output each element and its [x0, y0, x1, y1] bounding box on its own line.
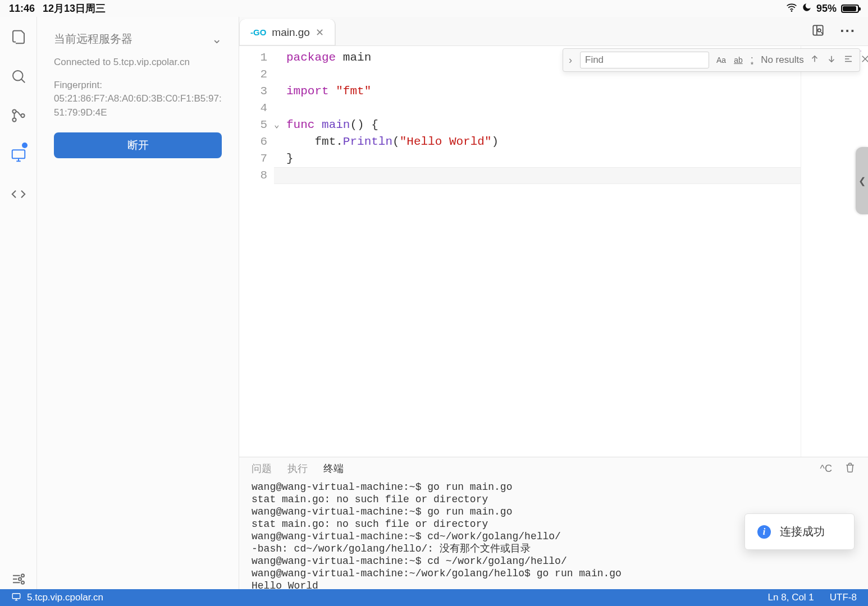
toast-message: 连接成功 [780, 524, 825, 539]
date: 12月13日周三 [43, 2, 106, 15]
sidebar-title: 当前远程服务器 [54, 31, 133, 47]
connected-host: Connected to 5.tcp.vip.cpolar.cn [54, 56, 222, 70]
svg-point-0 [791, 10, 793, 12]
side-handle[interactable]: ❮ [856, 147, 868, 214]
code-icon[interactable] [8, 184, 29, 204]
status-encoding[interactable]: UTF-8 [830, 592, 857, 603]
go-file-icon: -GO [250, 27, 266, 37]
status-cursor[interactable]: Ln 8, Col 1 [768, 592, 814, 603]
tab-close-icon[interactable]: ✕ [316, 26, 324, 39]
ipad-status-bar: 11:46 12月13日周三 95% [0, 0, 868, 17]
find-input[interactable] [580, 52, 709, 68]
source-control-icon[interactable] [8, 105, 29, 126]
close-find-icon[interactable] [860, 54, 868, 66]
minimap[interactable]: package main import "fmt" func main() { … [801, 46, 868, 457]
code-editor[interactable]: 12345678 ⌄ package main import "fmt" fun… [239, 46, 801, 457]
next-match-icon[interactable] [826, 54, 837, 66]
remote-indicator-icon[interactable] [11, 591, 21, 604]
info-icon: i [757, 525, 771, 539]
svg-point-8 [21, 581, 24, 584]
svg-point-7 [19, 578, 21, 581]
status-bar: 5.tcp.vip.cpolar.cn Ln 8, Col 1 UTF-8 [0, 589, 868, 606]
whole-word-toggle[interactable]: ab [732, 55, 744, 65]
panel-tab-problems[interactable]: 问题 [252, 462, 272, 475]
prev-match-icon[interactable] [810, 54, 820, 66]
find-in-selection-icon[interactable] [843, 54, 853, 66]
sidebar-toggle-icon[interactable] [811, 23, 825, 40]
svg-point-4 [21, 114, 24, 117]
find-options: Aa ab ․* [715, 50, 755, 70]
svg-point-6 [21, 574, 24, 577]
status-host[interactable]: 5.tcp.vip.cpolar.cn [27, 592, 103, 603]
search-icon[interactable] [8, 66, 29, 86]
find-expand-icon[interactable]: › [567, 54, 574, 66]
trash-icon[interactable] [844, 462, 856, 476]
fingerprint-value: 05:21:86:F7:A8:A0:6D:3B:C0:F1:B5:97:51:7… [54, 93, 222, 118]
fingerprint-block: Fingerprint: 05:21:86:F7:A8:A0:6D:3B:C0:… [54, 79, 222, 120]
svg-point-2 [12, 109, 16, 113]
svg-rect-11 [12, 593, 20, 598]
battery-percent: 95% [816, 3, 837, 15]
find-widget: › Aa ab ․* No results [563, 48, 860, 72]
battery-icon [841, 4, 859, 13]
more-actions-icon[interactable]: ··· [840, 22, 856, 40]
disconnect-button[interactable]: 断开 [54, 132, 222, 158]
svg-point-1 [13, 71, 23, 81]
tab-main-go[interactable]: -GO main.go ✕ [239, 19, 336, 45]
svg-point-3 [12, 118, 16, 121]
settings-icon[interactable] [8, 569, 29, 589]
remote-sidebar: 当前远程服务器 ⌄ Connected to 5.tcp.vip.cpolar.… [37, 17, 239, 589]
editor-tab-bar: -GO main.go ✕ ··· [239, 17, 868, 46]
connection-toast: i 连接成功 [744, 513, 855, 550]
svg-point-10 [818, 29, 821, 31]
remote-icon[interactable] [8, 145, 29, 165]
match-case-toggle[interactable]: Aa [715, 55, 728, 65]
explorer-icon[interactable] [8, 27, 29, 47]
fingerprint-label: Fingerprint: [54, 80, 102, 90]
regex-toggle[interactable]: ․* [749, 50, 755, 70]
panel-tab-terminal[interactable]: 终端 [323, 462, 344, 475]
find-results-label: No results [761, 54, 804, 66]
panel-tab-run[interactable]: 执行 [287, 462, 308, 475]
svg-rect-5 [12, 150, 25, 158]
remote-active-dot-icon [22, 143, 28, 148]
activity-bar [0, 17, 37, 589]
tab-label: main.go [272, 26, 310, 39]
kill-terminal-icon[interactable]: ^C [820, 463, 832, 475]
wifi-icon [786, 3, 797, 15]
clock: 11:46 [9, 3, 35, 15]
chevron-down-icon[interactable]: ⌄ [212, 32, 222, 47]
dnd-moon-icon [802, 2, 812, 15]
panel-tabs: 问题执行终端 [252, 462, 344, 475]
